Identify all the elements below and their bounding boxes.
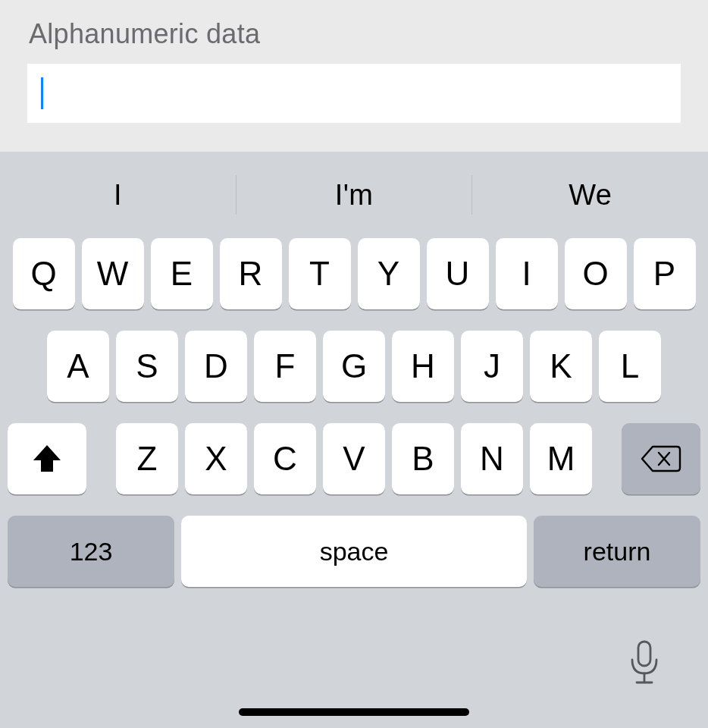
key-t[interactable]: T: [289, 238, 351, 309]
keyboard-bottom-bar: [0, 607, 708, 728]
key-k[interactable]: K: [530, 331, 592, 402]
key-c[interactable]: C: [254, 423, 316, 494]
key-v[interactable]: V: [323, 423, 385, 494]
space-key[interactable]: space: [181, 516, 527, 587]
numbers-key[interactable]: 123: [8, 516, 174, 587]
microphone-icon: [628, 640, 661, 686]
key-a[interactable]: A: [47, 331, 109, 402]
key-r[interactable]: R: [220, 238, 282, 309]
key-y[interactable]: Y: [358, 238, 420, 309]
key-u[interactable]: U: [427, 238, 489, 309]
home-indicator[interactable]: [239, 708, 469, 716]
suggestion-2[interactable]: I'm: [237, 171, 472, 219]
key-m[interactable]: M: [530, 423, 592, 494]
keyboard: I I'm We Q W E R T Y U I O P A S D F G H…: [0, 152, 708, 728]
backspace-icon: [641, 444, 681, 474]
dictation-button[interactable]: [628, 640, 661, 689]
text-input[interactable]: [27, 64, 681, 123]
key-g[interactable]: G: [323, 331, 385, 402]
key-f[interactable]: F: [254, 331, 316, 402]
suggestion-1[interactable]: I: [0, 171, 236, 219]
form-area: Alphanumeric data: [0, 0, 708, 152]
text-cursor: [41, 77, 43, 109]
key-n[interactable]: N: [461, 423, 523, 494]
shift-key[interactable]: [8, 423, 86, 494]
key-o[interactable]: O: [565, 238, 627, 309]
key-j[interactable]: J: [461, 331, 523, 402]
key-x[interactable]: X: [185, 423, 247, 494]
key-s[interactable]: S: [116, 331, 178, 402]
svg-rect-0: [638, 642, 650, 666]
field-label: Alphanumeric data: [29, 18, 681, 50]
key-d[interactable]: D: [185, 331, 247, 402]
key-z[interactable]: Z: [116, 423, 178, 494]
key-h[interactable]: H: [392, 331, 454, 402]
suggestion-bar: I I'm We: [0, 152, 708, 238]
key-p[interactable]: P: [634, 238, 696, 309]
key-l[interactable]: L: [599, 331, 661, 402]
shift-icon: [31, 444, 63, 474]
key-e[interactable]: E: [151, 238, 213, 309]
key-w[interactable]: W: [82, 238, 144, 309]
return-key[interactable]: return: [534, 516, 700, 587]
suggestion-3[interactable]: We: [472, 171, 708, 219]
key-i[interactable]: I: [496, 238, 558, 309]
key-b[interactable]: B: [392, 423, 454, 494]
backspace-key[interactable]: [622, 423, 700, 494]
key-q[interactable]: Q: [13, 238, 75, 309]
